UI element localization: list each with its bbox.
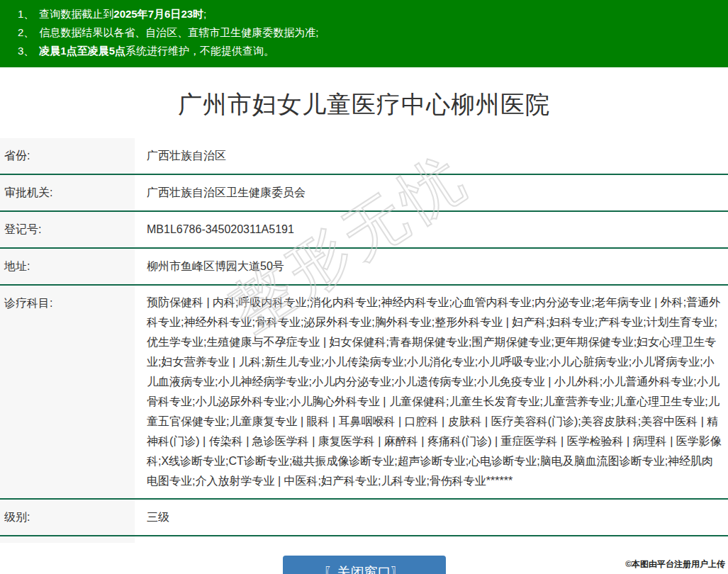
footer-upload-credit: ©本图由平台注册用户上传 [625,558,725,570]
row-value: MB1L6786-345020311A5191 [135,212,728,247]
notice-text: 查询数据截止到 [39,8,113,20]
row-label: 审批机关: [0,175,135,210]
notice-line-1: 1、查询数据截止到2025年7月6日23时; [18,5,721,23]
notice-text-bold: 2025年7月6日23时 [113,8,203,20]
row-label: 地址: [0,249,135,284]
table-row-approval-authority: 审批机关: 广西壮族自治区卫生健康委员会 [0,175,728,212]
table-row-empty-stub [0,536,728,543]
row-value: 广西壮族自治区 [135,138,728,174]
table-row-address: 地址: 柳州市鱼峰区博园大道50号 [0,249,728,286]
table-row-level: 级别: 三级 [0,500,728,536]
button-row: 〖关闭窗口〗 [0,556,728,574]
notice-text-bold: 凌晨1点至凌晨5点 [39,45,125,57]
notice-number: 3、 [18,42,34,60]
row-label: 登记号: [0,212,135,247]
row-label: 级别: [0,500,135,535]
table-row-registration-number: 登记号: MB1L6786-345020311A5191 [0,212,728,249]
notice-bar: 1、查询数据截止到2025年7月6日23时; 2、信息数据结果以各省、自治区、直… [0,0,728,67]
notice-number: 1、 [18,5,34,23]
table-row-province: 省份: 广西壮族自治区 [0,138,728,175]
row-label: 省份: [0,138,135,174]
page-title: 广州市妇女儿童医疗中心柳州医院 [0,89,728,121]
notice-number: 2、 [18,23,34,42]
notice-line-3: 3、凌晨1点至凌晨5点系统进行维护，不能提供查询。 [18,42,721,60]
table-row-departments: 诊疗科目: 预防保健科 | 内科;呼吸内科专业;消化内科专业;神经内科专业;心血… [0,286,728,500]
notice-text: 信息数据结果以各省、自治区、直辖市卫生健康委数据为准; [39,26,318,38]
row-value: 广西壮族自治区卫生健康委员会 [135,175,728,210]
hospital-detail-table: 省份: 广西壮族自治区 审批机关: 广西壮族自治区卫生健康委员会 登记号: MB… [0,138,728,543]
row-value: 预防保健科 | 内科;呼吸内科专业;消化内科专业;神经内科专业;心血管内科专业;… [135,286,728,498]
notice-text: 系统进行维护，不能提供查询。 [125,45,274,57]
row-value-stub [135,536,728,543]
row-value: 三级 [135,500,728,535]
row-label-stub [0,536,135,543]
row-label: 诊疗科目: [0,286,135,498]
row-value: 柳州市鱼峰区博园大道50号 [135,249,728,284]
notice-text: ; [203,8,206,20]
notice-line-2: 2、信息数据结果以各省、自治区、直辖市卫生健康委数据为准; [18,23,721,42]
close-window-button[interactable]: 〖关闭窗口〗 [283,556,446,574]
